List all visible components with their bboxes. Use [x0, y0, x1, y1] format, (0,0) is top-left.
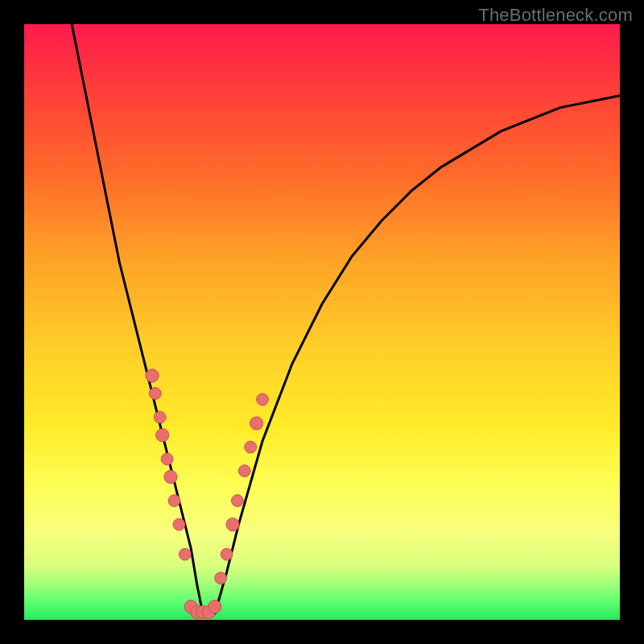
chart-frame: TheBottleneck.com	[0, 0, 644, 644]
plot-area	[24, 24, 620, 620]
curve-marker	[154, 411, 166, 423]
curve-marker	[257, 394, 269, 406]
chart-svg	[24, 24, 620, 620]
curve-marker	[221, 548, 233, 560]
curve-marker	[245, 441, 257, 453]
curve-marker	[215, 572, 227, 584]
curve-marker	[250, 417, 263, 430]
curve-marker	[226, 518, 239, 531]
curve-marker	[149, 387, 161, 399]
curve-marker	[164, 470, 177, 483]
curve-marker	[168, 495, 180, 507]
curve-marker	[232, 495, 244, 507]
watermark-text: TheBottleneck.com	[478, 5, 633, 26]
curve-marker	[179, 548, 191, 560]
curve-marker	[156, 429, 169, 442]
curve-marker	[146, 369, 159, 382]
curve-marker	[161, 453, 173, 465]
curve-marker	[238, 465, 250, 477]
curve-marker	[173, 518, 185, 530]
curve-marker	[208, 601, 221, 613]
curve-markers	[146, 369, 268, 619]
bottleneck-curve	[72, 24, 620, 614]
